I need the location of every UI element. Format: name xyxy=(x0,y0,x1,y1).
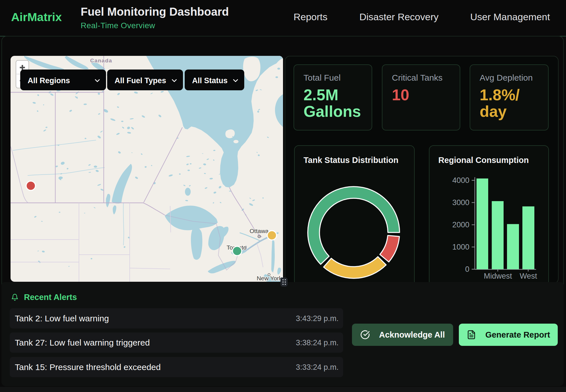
svg-text:0: 0 xyxy=(465,265,469,273)
svg-text:1000: 1000 xyxy=(452,243,469,251)
svg-text:Ottawa: Ottawa xyxy=(250,228,269,234)
svg-text:3000: 3000 xyxy=(452,198,469,207)
svg-text:4000: 4000 xyxy=(452,176,469,185)
svg-text:Canada: Canada xyxy=(90,58,112,64)
svg-text:Midwest: Midwest xyxy=(484,272,512,280)
svg-text:2000: 2000 xyxy=(452,220,469,229)
svg-text:New York: New York xyxy=(257,275,282,281)
svg-text:West: West xyxy=(520,272,537,280)
